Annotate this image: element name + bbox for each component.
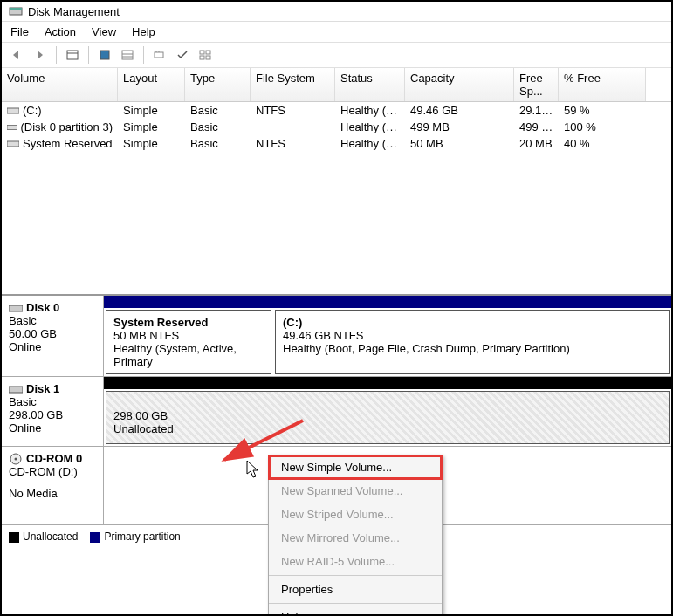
menu-file[interactable]: File — [10, 25, 29, 38]
disk-label[interactable]: CD-ROM 0 CD-ROM (D:) No Media — [2, 447, 104, 524]
svg-rect-10 — [206, 51, 210, 54]
volume-icon — [7, 123, 17, 132]
col-volume[interactable]: Volume — [2, 68, 118, 101]
menu-help[interactable]: Help — [269, 606, 442, 616]
menu-new-mirrored-volume: New Mirrored Volume... — [269, 526, 442, 550]
title-text: Disk Management — [28, 5, 120, 18]
toolbar-check-button[interactable] — [172, 45, 193, 65]
disk-row: Disk 0 Basic 50.00 GB Online System Rese… — [2, 296, 671, 377]
svg-rect-9 — [200, 51, 204, 54]
back-button[interactable] — [7, 45, 28, 65]
svg-rect-2 — [67, 51, 78, 59]
disk-icon — [9, 303, 23, 313]
volume-header: Volume Layout Type File System Status Ca… — [2, 68, 671, 102]
toolbar-separator — [143, 46, 144, 64]
toolbar-view-button[interactable] — [62, 45, 83, 65]
cdrom-icon — [9, 453, 23, 465]
volume-icon — [7, 106, 19, 115]
disk-row: Disk 1 Basic 298.00 GB Online 298.00 GB … — [2, 377, 671, 447]
col-free[interactable]: Free Sp... — [514, 68, 559, 101]
svg-point-19 — [15, 457, 17, 460]
svg-rect-11 — [200, 56, 204, 59]
menu-new-simple-volume[interactable]: New Simple Volume... — [269, 455, 442, 479]
disk-label[interactable]: Disk 0 Basic 50.00 GB Online — [2, 296, 104, 376]
volume-row[interactable]: (Disk 0 partition 3) Simple Basic Health… — [2, 119, 671, 135]
svg-rect-4 — [100, 51, 109, 59]
svg-rect-1 — [10, 8, 22, 10]
partition-system-reserved[interactable]: System Reserved 50 MB NTFS Healthy (Syst… — [106, 310, 271, 374]
toolbar-list-button[interactable] — [117, 45, 138, 65]
col-capacity[interactable]: Capacity — [405, 68, 514, 101]
menu-help[interactable]: Help — [132, 25, 155, 38]
svg-rect-15 — [7, 141, 19, 147]
partition-unallocated[interactable]: 298.00 GB Unallocated — [106, 391, 670, 444]
toolbar-grid-button[interactable] — [195, 45, 216, 65]
app-icon — [9, 4, 23, 18]
svg-rect-8 — [155, 52, 163, 58]
col-layout[interactable]: Layout — [118, 68, 185, 101]
menu-new-spanned-volume: New Spanned Volume... — [269, 479, 442, 503]
menu-view[interactable]: View — [92, 25, 116, 38]
partition-c[interactable]: (C:) 49.46 GB NTFS Healthy (Boot, Page F… — [275, 310, 670, 374]
svg-rect-16 — [9, 305, 23, 311]
menu-action[interactable]: Action — [45, 25, 76, 38]
col-type[interactable]: Type — [185, 68, 251, 101]
disk-icon — [9, 384, 23, 394]
toolbar-separator — [56, 46, 57, 64]
cursor-icon — [246, 460, 262, 479]
svg-rect-12 — [206, 56, 210, 59]
menu-separator — [269, 575, 442, 576]
volume-list[interactable]: Volume Layout Type File System Status Ca… — [2, 68, 671, 295]
svg-rect-17 — [9, 387, 23, 393]
menu-new-raid5-volume: New RAID-5 Volume... — [269, 550, 442, 573]
title-bar: Disk Management — [2, 2, 671, 22]
toolbar — [2, 42, 671, 68]
disk-header-stripe — [104, 377, 671, 389]
menu-separator — [269, 603, 442, 604]
volume-row[interactable]: System Reserved Simple Basic NTFS Health… — [2, 135, 671, 152]
svg-rect-13 — [7, 108, 19, 113]
menu-bar: File Action View Help — [2, 22, 671, 42]
col-filesystem[interactable]: File System — [251, 68, 335, 101]
toolbar-separator — [88, 46, 89, 64]
volume-icon — [7, 140, 19, 148]
disk-header-stripe — [104, 296, 671, 308]
menu-properties[interactable]: Properties — [269, 578, 442, 601]
volume-row[interactable]: (C:) Simple Basic NTFS Healthy (B... 49.… — [2, 102, 671, 119]
disk-label[interactable]: Disk 1 Basic 298.00 GB Online — [2, 377, 104, 446]
legend-swatch-primary — [90, 532, 100, 543]
context-menu: New Simple Volume... New Spanned Volume.… — [268, 455, 443, 616]
svg-rect-5 — [122, 51, 133, 59]
toolbar-settings-button[interactable] — [149, 45, 170, 65]
col-pct[interactable]: % Free — [559, 68, 646, 101]
svg-rect-14 — [7, 125, 17, 129]
forward-button[interactable] — [30, 45, 51, 65]
menu-new-striped-volume: New Striped Volume... — [269, 503, 442, 526]
toolbar-refresh-button[interactable] — [94, 45, 115, 65]
col-status[interactable]: Status — [335, 68, 405, 101]
legend-swatch-unallocated — [9, 532, 19, 543]
